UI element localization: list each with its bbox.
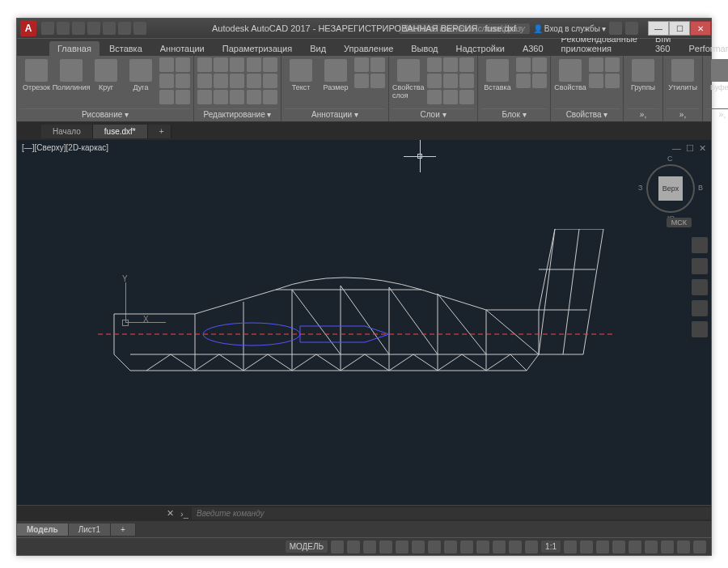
rotate-icon[interactable] [214, 57, 228, 72]
color-icon[interactable] [605, 57, 620, 72]
scale-icon[interactable] [214, 90, 228, 104]
layer-state-icon[interactable] [427, 90, 442, 104]
ortho-toggle-icon[interactable] [363, 540, 376, 553]
break-icon[interactable] [247, 90, 261, 104]
tab-view[interactable]: Вид [302, 41, 334, 56]
snap-toggle-icon[interactable] [347, 540, 360, 553]
signin-button[interactable]: 👤 Вход в службы ▾ [533, 24, 606, 33]
annotation-monitor-icon[interactable] [596, 540, 609, 553]
layer-match-icon[interactable] [427, 74, 442, 88]
mirror-icon[interactable] [214, 74, 228, 88]
layer-iso-icon[interactable] [443, 74, 458, 88]
mtext-icon[interactable] [354, 74, 369, 88]
wcs-badge[interactable]: МСК [667, 218, 692, 227]
panel-annotate-title[interactable]: Аннотации ▾ [285, 108, 385, 120]
transparency-toggle-icon[interactable] [444, 540, 457, 553]
explode-icon[interactable] [263, 57, 277, 72]
layer-lock-icon[interactable] [459, 57, 474, 72]
panel-block-title[interactable]: Блок ▾ [481, 108, 547, 120]
tab-manage[interactable]: Управление [336, 41, 401, 56]
panel-properties-title[interactable]: Свойства ▾ [554, 108, 620, 120]
rectangle-icon[interactable] [159, 57, 174, 72]
layer-freeze-icon[interactable] [443, 57, 458, 72]
viewcube-north[interactable]: С [667, 155, 673, 163]
vp-close-button[interactable]: ✕ [699, 143, 706, 154]
utilities-button[interactable]: Утилиты [667, 57, 699, 91]
clipboard-button[interactable]: Буфе... [706, 57, 728, 91]
viewcube[interactable]: Верх С Ю В З [646, 164, 695, 213]
arc-button[interactable]: Дуга [125, 57, 157, 91]
showmotion-icon[interactable] [692, 321, 708, 337]
qat-save-icon[interactable] [72, 22, 85, 35]
dynamic-ucs-icon[interactable] [493, 540, 506, 553]
leader-icon[interactable] [354, 57, 369, 72]
fillet-icon[interactable] [230, 74, 244, 88]
panel-utilities-title[interactable]: », [667, 108, 699, 120]
layout1-tab[interactable]: Лист1 [69, 523, 111, 536]
qat-undo-icon[interactable] [118, 22, 131, 35]
match-props-icon[interactable] [589, 57, 603, 72]
groups-button[interactable]: Группы [627, 57, 659, 91]
block-create-icon[interactable] [516, 57, 531, 72]
layer-color-icon[interactable] [443, 90, 458, 104]
panel-layers-title[interactable]: Слои ▾ [392, 108, 474, 120]
wipeout-icon[interactable] [370, 74, 385, 88]
vp-maximize-button[interactable]: ☐ [686, 143, 694, 154]
text-button[interactable]: Текст [285, 57, 317, 91]
qat-new-icon[interactable] [41, 22, 54, 35]
viewcube-west[interactable]: З [638, 184, 642, 192]
panel-clipboard-title[interactable]: », [706, 108, 728, 120]
hardware-accel-icon[interactable] [645, 540, 658, 553]
spline-icon[interactable] [176, 74, 190, 88]
line-button[interactable]: Отрезок [20, 57, 53, 91]
vp-minimize-button[interactable]: — [672, 143, 681, 154]
filetab-start[interactable]: Начало [41, 125, 93, 138]
circle-button[interactable]: Круг [90, 57, 122, 91]
panel-modify-title[interactable]: Редактирование ▾ [197, 108, 277, 120]
status-model[interactable]: МОДЕЛЬ [286, 540, 328, 553]
tab-insert[interactable]: Вставка [101, 41, 150, 56]
table-icon[interactable] [370, 57, 385, 72]
annotation-scale[interactable]: 1:1 [541, 540, 561, 553]
units-icon[interactable] [612, 540, 625, 553]
help-icon[interactable] [625, 22, 638, 35]
polyline-button[interactable]: Полилиния [55, 57, 87, 91]
join-icon[interactable] [263, 74, 277, 88]
zoom-icon[interactable] [692, 279, 708, 295]
stretch-icon[interactable] [197, 90, 212, 104]
osnap-toggle-icon[interactable] [396, 540, 408, 553]
annotation-visibility-icon[interactable] [564, 540, 577, 553]
offset-icon[interactable] [247, 74, 261, 88]
tab-parametric[interactable]: Параметризация [214, 41, 300, 56]
qat-redo-icon[interactable] [133, 22, 146, 35]
viewcube-east[interactable]: В [698, 184, 703, 192]
lineweight-icon[interactable] [605, 74, 620, 88]
layer-more-icon[interactable] [459, 90, 474, 104]
viewcube-face[interactable]: Верх [658, 176, 683, 201]
ellipse-icon[interactable] [176, 57, 190, 72]
layer-off-icon[interactable] [427, 57, 442, 72]
orbit-icon[interactable] [692, 300, 708, 316]
exchange-icon[interactable] [609, 22, 622, 35]
filetab-new[interactable]: + [148, 125, 171, 138]
new-layout-tab[interactable]: + [111, 523, 136, 536]
properties-button[interactable]: Свойства [554, 57, 586, 91]
drawing-viewport[interactable]: [—][Сверху][2D-каркас] — ☐ ✕ Верх С Ю В … [17, 140, 711, 505]
filetab-fuse[interactable]: fuse.dxf* [93, 125, 148, 138]
customization-icon[interactable] [693, 540, 706, 553]
steering-wheel-icon[interactable] [692, 237, 708, 253]
tab-a360[interactable]: A360 [514, 41, 552, 56]
panel-groups-title[interactable]: », [627, 108, 659, 120]
tab-annotate[interactable]: Аннотации [152, 41, 213, 56]
cmdline-close-icon[interactable]: ✕ [163, 508, 177, 519]
trim-icon[interactable] [230, 57, 244, 72]
hatch-icon[interactable] [159, 74, 174, 88]
qat-open-icon[interactable] [57, 22, 70, 35]
command-input[interactable] [192, 507, 711, 519]
minimize-button[interactable]: — [648, 21, 669, 36]
otrack-toggle-icon[interactable] [412, 540, 425, 553]
insert-block-button[interactable]: Вставка [481, 57, 514, 91]
quick-properties-icon[interactable] [629, 540, 641, 553]
layer-properties-button[interactable]: Свойства слоя [392, 57, 425, 100]
layer-prev-icon[interactable] [459, 74, 474, 88]
